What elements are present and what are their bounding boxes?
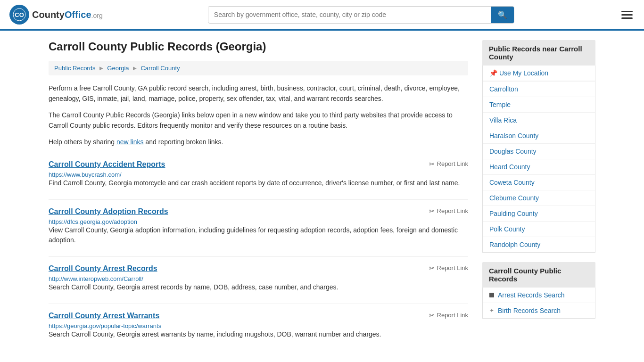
scissors-icon: ✂ xyxy=(429,312,435,319)
svg-text:CO: CO xyxy=(15,11,24,18)
nearby-link-coweta[interactable]: Coweta County xyxy=(483,175,595,190)
nearby-section: Public Records near Carroll County 📌 Use… xyxy=(482,40,595,253)
nearby-item-haralson: Haralson County xyxy=(483,128,595,144)
breadcrumb-public-records[interactable]: Public Records xyxy=(54,65,95,72)
description-1: Perform a free Carroll County, GA public… xyxy=(49,83,468,104)
menu-line-3 xyxy=(621,17,633,19)
record-title[interactable]: Carroll County Arrest Warrants xyxy=(49,312,159,320)
nearby-link-cleburne[interactable]: Cleburne County xyxy=(483,190,595,206)
menu-line-1 xyxy=(621,11,633,12)
breadcrumb-carroll-county[interactable]: Carroll County xyxy=(140,65,180,72)
county-record-link-birth[interactable]: Birth Records Search xyxy=(498,307,561,314)
report-link-button[interactable]: ✂ Report Link xyxy=(429,207,468,215)
scissors-icon: ✂ xyxy=(429,207,435,215)
report-link-label: Report Link xyxy=(437,264,468,272)
county-records-section: Carroll County Public Records Arrest Rec… xyxy=(482,262,595,319)
county-record-item-birth: ✦ Birth Records Search xyxy=(483,303,595,318)
report-link-label: Report Link xyxy=(437,207,468,214)
record-title[interactable]: Carroll County Accident Reports xyxy=(49,160,165,169)
breadcrumb-georgia[interactable]: Georgia xyxy=(107,65,129,72)
record-url[interactable]: https://www.buycrash.com/ xyxy=(49,171,122,178)
scissors-icon: ✂ xyxy=(429,160,435,168)
nearby-item-carrollton: Carrollton xyxy=(483,82,595,97)
nearby-item-cleburne: Cleburne County xyxy=(483,190,595,206)
breadcrumb-sep-1: ► xyxy=(98,65,104,72)
nearby-link-carrollton[interactable]: Carrollton xyxy=(483,82,595,97)
record-desc: Search Carroll County, Georgia arrest re… xyxy=(49,282,468,292)
report-link-button[interactable]: ✂ Report Link xyxy=(429,160,468,168)
report-link-label: Report Link xyxy=(437,160,468,167)
nearby-item-heard: Heard County xyxy=(483,159,595,175)
page-title: Carroll County Public Records (Georgia) xyxy=(49,40,468,53)
record-desc: View Carroll County, Georgia adoption in… xyxy=(49,225,468,245)
nearby-item-villa-rica: Villa Rica xyxy=(483,113,595,128)
use-my-location-item: 📌 Use My Location xyxy=(483,66,595,82)
use-my-location-link[interactable]: 📌 Use My Location xyxy=(483,66,595,81)
nearby-link-villa-rica[interactable]: Villa Rica xyxy=(483,113,595,128)
nearby-heading: Public Records near Carroll County xyxy=(482,40,595,66)
logo-icon: CO xyxy=(9,5,29,25)
scissors-icon: ✂ xyxy=(429,264,435,272)
new-links-link[interactable]: new links xyxy=(116,138,144,146)
record-desc: Find Carroll County, Georgia motorcycle … xyxy=(49,178,468,188)
record-item: Carroll County Arrest Warrants ✂ Report … xyxy=(49,304,468,339)
nearby-item-douglas: Douglas County xyxy=(483,144,595,159)
menu-line-2 xyxy=(621,14,633,16)
description-2: The Carroll County Public Records (Georg… xyxy=(49,110,468,131)
description-3-suffix: and reporting broken links. xyxy=(144,138,223,146)
nearby-list: 📌 Use My Location Carrollton Temple Vill… xyxy=(482,66,595,253)
search-bar: 🔍 xyxy=(208,6,514,24)
nearby-link-heard[interactable]: Heard County xyxy=(483,159,595,174)
star-icon: ✦ xyxy=(489,307,494,314)
record-url[interactable]: http://www.interopweb.com/Carroll/ xyxy=(49,275,143,282)
main-content: Carroll County Public Records (Georgia) … xyxy=(49,40,468,351)
record-url[interactable]: https://georgia.gov/popular-topic/warran… xyxy=(49,322,161,329)
nearby-link-polk[interactable]: Polk County xyxy=(483,222,595,237)
record-bullet-icon xyxy=(489,293,494,297)
report-link-button[interactable]: ✂ Report Link xyxy=(429,312,468,319)
sidebar: Public Records near Carroll County 📌 Use… xyxy=(482,40,595,351)
nearby-item-polk: Polk County xyxy=(483,222,595,237)
record-header: Carroll County Accident Reports ✂ Report… xyxy=(49,160,468,169)
record-header: Carroll County Arrest Warrants ✂ Report … xyxy=(49,312,468,320)
county-record-item-arrest: Arrest Records Search xyxy=(483,288,595,303)
nearby-link-paulding[interactable]: Paulding County xyxy=(483,206,595,221)
logo-text: CountyOffice.org xyxy=(32,9,103,20)
record-desc: Search Carroll County, Georgia arrest wa… xyxy=(49,329,468,339)
report-link-label: Report Link xyxy=(437,312,468,319)
description-3-prefix: Help others by sharing xyxy=(49,138,116,146)
record-title[interactable]: Carroll County Adoption Records xyxy=(49,207,168,216)
record-title[interactable]: Carroll County Arrest Records xyxy=(49,264,157,273)
nearby-link-randolph[interactable]: Randolph County xyxy=(483,237,595,252)
nearby-item-paulding: Paulding County xyxy=(483,206,595,222)
record-header: Carroll County Adoption Records ✂ Report… xyxy=(49,207,468,216)
nearby-item-coweta: Coweta County xyxy=(483,175,595,190)
nearby-link-temple[interactable]: Temple xyxy=(483,97,595,112)
record-item: Carroll County Accident Reports ✂ Report… xyxy=(49,153,468,188)
county-records-list: Arrest Records Search ✦ Birth Records Se… xyxy=(482,288,595,319)
site-header: CO CountyOffice.org 🔍 xyxy=(0,0,644,31)
county-record-link-arrest[interactable]: Arrest Records Search xyxy=(498,291,565,299)
breadcrumb: Public Records ► Georgia ► Carroll Count… xyxy=(49,61,468,75)
report-link-button[interactable]: ✂ Report Link xyxy=(429,264,468,272)
logo: CO CountyOffice.org xyxy=(9,5,103,25)
nearby-item-temple: Temple xyxy=(483,97,595,113)
search-button[interactable]: 🔍 xyxy=(491,7,514,23)
record-item: Carroll County Adoption Records ✂ Report… xyxy=(49,199,468,245)
county-records-heading: Carroll County Public Records xyxy=(482,262,595,288)
use-my-location-label: Use My Location xyxy=(499,69,548,77)
location-pin-icon: 📌 xyxy=(489,69,497,77)
records-list: Carroll County Accident Reports ✂ Report… xyxy=(49,153,468,339)
search-icon: 🔍 xyxy=(498,11,507,19)
record-header: Carroll County Arrest Records ✂ Report L… xyxy=(49,264,468,273)
nearby-item-randolph: Randolph County xyxy=(483,237,595,252)
nearby-link-douglas[interactable]: Douglas County xyxy=(483,144,595,159)
record-item: Carroll County Arrest Records ✂ Report L… xyxy=(49,256,468,292)
breadcrumb-sep-2: ► xyxy=(132,65,138,72)
menu-button[interactable] xyxy=(619,9,635,21)
description-3: Help others by sharing new links and rep… xyxy=(49,137,468,147)
nearby-link-haralson[interactable]: Haralson County xyxy=(483,128,595,143)
record-url[interactable]: https://dfcs.georgia.gov/adoption xyxy=(49,218,137,225)
search-input[interactable] xyxy=(208,7,491,22)
page-container: Carroll County Public Records (Georgia) … xyxy=(39,31,605,360)
